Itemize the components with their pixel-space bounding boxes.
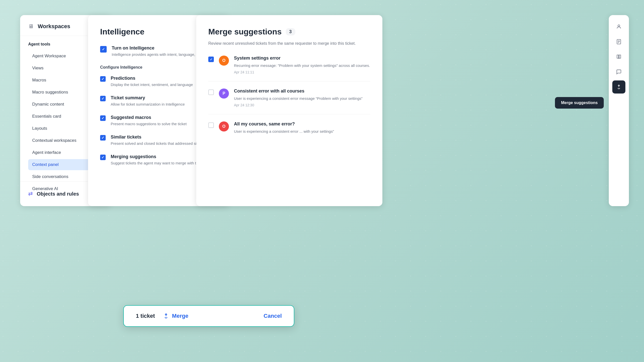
ticket-item-1: ✓ O System settings error Recurring erro… [208,56,370,81]
ticket-2-title: Consistent error with all courses [234,88,370,94]
predictions-checkbox[interactable]: ✓ [100,76,106,82]
merge-icon-btn[interactable] [612,80,625,94]
ticket-1-date: Apr 24 11:11 [234,70,370,74]
merge-badge: 3 [286,28,295,35]
book-icon-btn[interactable] [612,50,625,63]
merge-panel-content: Merge suggestions 3 Review recent unreso… [196,15,382,162]
merge-button[interactable]: Merge [163,313,188,319]
ticket-2-checkbox[interactable] [208,89,214,95]
ticket-2-info: Consistent error with all courses User i… [234,88,370,107]
merge-count-label: 1 ticket [136,313,155,319]
ticket-3-checkbox[interactable] [208,122,214,128]
ticket-2-date: Apr 24 12:30 [234,103,370,107]
footer-left: ⇄ Objects and rules [28,191,79,197]
merge-action-bar: 1 ticket Merge Cancel [123,305,294,327]
ticket-2-desc: User is experiencing a consistent error … [234,96,370,101]
merging-suggestions-checkbox[interactable]: ✓ [100,155,106,160]
merge-suggestions-panel: Merge suggestions 3 Review recent unreso… [196,15,382,206]
sidebar-title: Workspaces [38,23,70,30]
ticket-summary-checkbox[interactable]: ✓ [100,96,106,101]
cancel-button[interactable]: Cancel [264,313,282,319]
ticket-3-avatar: O [219,121,229,131]
objects-rules-label: Objects and rules [37,191,79,197]
chat-icon-btn[interactable] [612,65,625,78]
ticket-1-checkbox[interactable]: ✓ [208,57,214,62]
ticket-1-desc: Recurring error message: "Problem with y… [234,63,370,68]
objects-rules-icon: ⇄ [28,191,33,197]
user-icon-btn[interactable] [612,20,625,33]
checkmark-icon: ✓ [101,77,104,81]
checkmark-icon: ✓ [101,116,104,120]
checkmark-icon: ✓ [101,136,104,140]
ticket-item-3: O All my courses, same error? User is ex… [208,121,370,143]
ticket-3-desc: User is experiencing a consistent error … [234,129,370,134]
right-sidebar [609,15,629,206]
turn-on-intelligence-checkbox[interactable]: ✓ [100,46,107,53]
similar-tickets-checkbox[interactable]: ✓ [100,135,106,141]
ticket-2-avatar: P [219,88,229,99]
checkmark-icon: ✓ [101,97,104,101]
ticket-1-avatar: O [219,56,229,66]
merge-action-icon [163,313,169,319]
suggested-macros-checkbox[interactable]: ✓ [100,115,106,121]
workspaces-icon: 🖥 [28,23,34,30]
ticket-3-title: All my courses, same error? [234,121,370,127]
checkmark-icon: ✓ [102,47,105,51]
merge-title: Merge suggestions [208,27,282,36]
ticket-1-title: System settings error [234,56,370,61]
merge-description: Review recent unresolved tickets from th… [208,40,370,47]
merge-button-label: Merge [172,313,188,319]
ticket-1-info: System settings error Recurring error me… [234,56,370,74]
ticket-item-2: P Consistent error with all courses User… [208,88,370,114]
checkmark-icon: ✓ [101,155,104,159]
merge-header: Merge suggestions 3 [208,27,370,36]
sidebar-header-left: 🖥 Workspaces [28,23,70,30]
document-icon-btn[interactable] [612,35,625,48]
checkmark-icon: ✓ [210,58,213,61]
svg-point-0 [618,25,620,27]
merge-suggestions-tooltip[interactable]: Merge suggestions [555,97,604,109]
ticket-3-info: All my courses, same error? User is expe… [234,121,370,136]
